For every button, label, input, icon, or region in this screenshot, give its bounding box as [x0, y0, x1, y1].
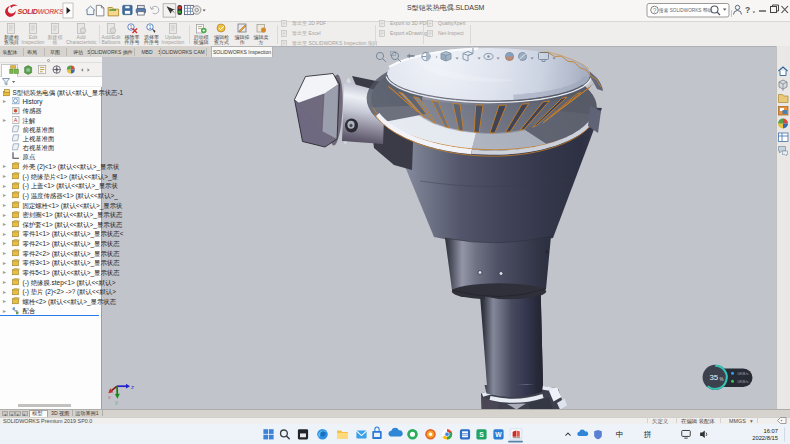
svg-text:A: A: [13, 117, 17, 123]
svg-text:W: W: [495, 430, 502, 437]
svg-text:2022/8/15: 2022/8/15: [752, 435, 778, 441]
svg-text:1: 1: [129, 24, 132, 30]
svg-text:y: y: [115, 399, 118, 405]
svg-text:中: 中: [616, 430, 624, 439]
svg-text:拼: 拼: [644, 430, 652, 439]
svg-text:S型铠装热电偶.SLDASM: S型铠装热电偶.SLDASM: [407, 4, 485, 12]
svg-text:16:07: 16:07: [763, 428, 778, 434]
svg-text:?: ?: [653, 7, 657, 14]
svg-text:x: x: [108, 394, 111, 400]
svg-text:SOLIDWORKS: SOLIDWORKS: [18, 8, 64, 16]
svg-text:0KB/s: 0KB/s: [738, 379, 749, 384]
svg-text:z: z: [131, 384, 134, 390]
svg-text:%: %: [720, 377, 724, 382]
svg-text:35: 35: [709, 373, 718, 382]
svg-text:?: ?: [745, 5, 750, 15]
svg-text:搜索 SOLIDWORKS 帮助: 搜索 SOLIDWORKS 帮助: [658, 7, 712, 14]
svg-text:S: S: [479, 430, 484, 437]
svg-text:1: 1: [148, 24, 151, 30]
svg-text:0KB/s: 0KB/s: [738, 371, 749, 376]
